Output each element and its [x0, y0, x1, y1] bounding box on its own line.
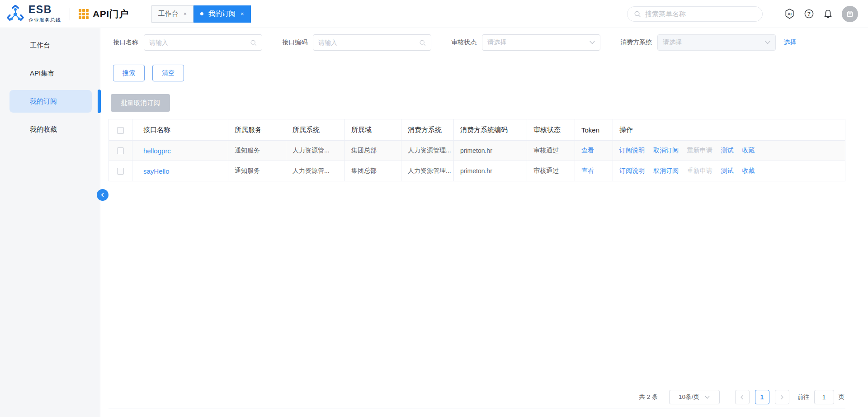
consumer-system-choose-link[interactable]: 选择 [783, 38, 796, 47]
table-header-row: 接口名称 所属服务 所属系统 所属域 消费方系统 消费方系统编码 审核状态 To… [109, 119, 845, 141]
test-link[interactable]: 测试 [721, 167, 734, 174]
batch-actions: 批量取消订阅 [111, 94, 868, 112]
batch-unsubscribe-button: 批量取消订阅 [111, 94, 170, 112]
token-view-link[interactable]: 查看 [581, 167, 594, 174]
sidebar-collapse-button[interactable] [97, 189, 108, 201]
favorite-link[interactable]: 收藏 [742, 167, 755, 174]
token-view-link[interactable]: 查看 [581, 147, 594, 154]
select-placeholder: 请选择 [487, 38, 506, 47]
api-code-input-box [313, 34, 431, 51]
tab-label: 工作台 [158, 9, 179, 18]
sidebar-item-workbench[interactable]: 工作台 [9, 34, 92, 57]
sidebar-item-my-subscriptions[interactable]: 我的订阅 [9, 90, 92, 113]
help-icon[interactable]: ? [804, 9, 814, 19]
menu-search-input[interactable] [645, 10, 758, 18]
header-audit-status: 审核状态 [527, 119, 575, 141]
header-token: Token [575, 119, 613, 141]
tab-workbench[interactable]: 工作台 × [151, 5, 194, 23]
cell-consumer-system: 人力资源管理... [401, 161, 454, 181]
header-domain: 所属域 [345, 119, 401, 141]
cell-service: 通知服务 [228, 161, 286, 181]
portal-title: API门户 [93, 8, 129, 20]
esb-logo: ESB 企业服务总线 [6, 5, 61, 24]
filter-label-consumer-system: 消费方系统 [620, 38, 652, 47]
api-name-link[interactable]: hellogprc [143, 147, 171, 155]
chevron-down-icon [590, 41, 595, 44]
chevron-left-icon [100, 192, 105, 198]
page-size-value: 10条/页 [679, 393, 699, 401]
subscriptions-table: 接口名称 所属服务 所属系统 所属域 消费方系统 消费方系统编码 审核状态 To… [108, 119, 845, 181]
chevron-left-icon [740, 395, 745, 400]
filter-label-audit-status: 审核状态 [451, 38, 476, 47]
select-placeholder: 请选择 [663, 38, 682, 47]
page-tabs: 工作台 × 我的订阅 × [151, 5, 251, 23]
api-name-input[interactable] [149, 39, 250, 46]
unsubscribe-link[interactable]: 取消订阅 [653, 147, 679, 154]
select-all-checkbox[interactable] [117, 127, 124, 134]
header-right-cluster: AI ? [627, 6, 868, 22]
header-consumer-system: 消费方系统 [401, 119, 454, 141]
filter-actions: 搜索 清空 [113, 65, 868, 81]
main-content: 接口名称 接口编码 审核状态 请选择 [100, 28, 868, 417]
user-avatar[interactable] [842, 6, 858, 22]
subscription-note-link[interactable]: 订阅说明 [619, 167, 645, 174]
pagination-bar: 共 2 条 10条/页 1 前往 页 [108, 386, 845, 408]
audit-status-select[interactable]: 请选择 [482, 34, 600, 51]
cell-consumer-code: primeton.hr [454, 141, 527, 161]
sidebar-item-label: API集市 [30, 69, 54, 78]
cell-audit-status: 审核通过 [527, 141, 575, 161]
svg-text:AI: AI [788, 12, 792, 16]
chevron-down-icon [705, 396, 710, 399]
menu-search-box[interactable] [627, 6, 763, 22]
page-number-1[interactable]: 1 [755, 390, 769, 404]
logo-subtitle: 企业服务总线 [28, 17, 61, 24]
next-page-button [775, 390, 789, 404]
header-actions: 操作 [613, 119, 845, 141]
goto-page-input[interactable] [814, 390, 834, 404]
sidebar-item-api-market[interactable]: API集市 [9, 62, 92, 85]
close-icon[interactable]: × [241, 10, 244, 17]
top-header: ESB 企业服务总线 API门户 工作台 × 我的订阅 [0, 0, 868, 28]
api-name-link[interactable]: sayHello [143, 167, 170, 175]
row-checkbox[interactable] [117, 168, 124, 175]
close-icon[interactable]: × [184, 10, 187, 17]
consumer-system-select: 请选择 [657, 34, 776, 51]
esb-network-icon [6, 5, 24, 23]
tab-label: 我的订阅 [208, 9, 236, 18]
subscription-note-link[interactable]: 订阅说明 [619, 147, 645, 154]
cell-service: 通知服务 [228, 141, 286, 161]
chevron-down-icon [765, 41, 770, 44]
unsubscribe-link[interactable]: 取消订阅 [653, 167, 679, 174]
search-icon [250, 39, 257, 46]
api-name-input-box [144, 34, 262, 51]
cell-consumer-system: 人力资源管理... [401, 141, 454, 161]
header-consumer-code: 消费方系统编码 [454, 119, 527, 141]
page-size-select[interactable]: 10条/页 [669, 390, 720, 404]
table-row: hellogprc 通知服务 人力资源管... 集团总部 人力资源管理... p… [109, 141, 845, 161]
grid-icon [79, 9, 89, 19]
tab-my-subscriptions[interactable]: 我的订阅 × [193, 5, 251, 23]
header-service: 所属服务 [228, 119, 286, 141]
favorite-link[interactable]: 收藏 [742, 147, 755, 154]
search-button[interactable]: 搜索 [113, 65, 145, 81]
table-empty-area [108, 181, 845, 386]
header-api-name: 接口名称 [132, 119, 228, 141]
sidebar-item-my-favorites[interactable]: 我的收藏 [9, 118, 92, 141]
cell-audit-status: 审核通过 [527, 161, 575, 181]
filter-label-api-name: 接口名称 [113, 38, 138, 47]
notification-bell-icon[interactable] [823, 9, 833, 19]
svg-text:?: ? [807, 11, 811, 17]
ai-assistant-icon[interactable]: AI [784, 8, 795, 19]
clear-button[interactable]: 清空 [152, 65, 184, 81]
cell-system: 人力资源管... [286, 141, 345, 161]
page-unit-label: 页 [839, 393, 845, 401]
test-link[interactable]: 测试 [721, 147, 734, 154]
sidebar-item-label: 我的收藏 [30, 125, 57, 134]
portal-brand: API门户 [79, 8, 129, 20]
reapply-link-disabled: 重新申请 [687, 167, 712, 174]
row-checkbox[interactable] [117, 147, 124, 154]
api-code-input[interactable] [318, 39, 419, 46]
search-icon [634, 10, 641, 18]
sidebar: 工作台 API集市 我的订阅 我的收藏 [0, 28, 100, 417]
reapply-link-disabled: 重新申请 [687, 147, 712, 154]
